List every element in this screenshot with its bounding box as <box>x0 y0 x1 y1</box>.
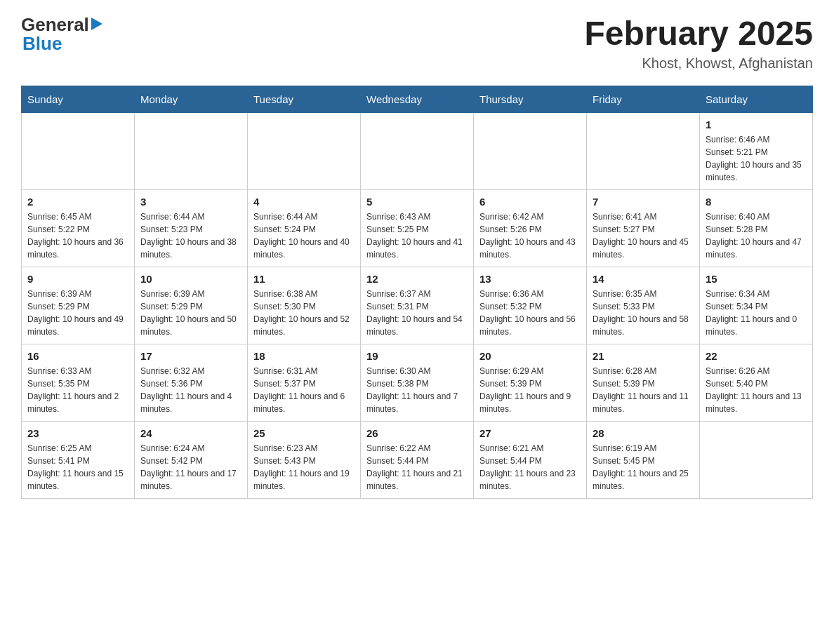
calendar-cell: 25Sunrise: 6:23 AM Sunset: 5:43 PM Dayli… <box>248 422 361 499</box>
day-number: 21 <box>593 350 694 362</box>
calendar-cell: 7Sunrise: 6:41 AM Sunset: 5:27 PM Daylig… <box>587 190 700 267</box>
day-number: 24 <box>140 427 241 439</box>
calendar-cell: 18Sunrise: 6:31 AM Sunset: 5:37 PM Dayli… <box>248 344 361 422</box>
day-number: 15 <box>706 273 807 285</box>
logo-blue-text: Blue <box>21 33 62 55</box>
title-section: February 2025 Khost, Khowst, Afghanistan <box>584 14 813 72</box>
day-info: Sunrise: 6:23 AM Sunset: 5:43 PM Dayligh… <box>253 442 355 492</box>
day-number: 6 <box>479 196 581 208</box>
logo-arrow-icon <box>91 18 102 30</box>
day-info: Sunrise: 6:25 AM Sunset: 5:41 PM Dayligh… <box>27 442 128 492</box>
calendar-cell <box>474 113 587 190</box>
day-number: 25 <box>253 427 355 439</box>
day-info: Sunrise: 6:24 AM Sunset: 5:42 PM Dayligh… <box>140 442 241 492</box>
day-info: Sunrise: 6:44 AM Sunset: 5:23 PM Dayligh… <box>140 210 241 261</box>
day-info: Sunrise: 6:22 AM Sunset: 5:44 PM Dayligh… <box>366 442 468 492</box>
day-info: Sunrise: 6:36 AM Sunset: 5:32 PM Dayligh… <box>479 288 581 338</box>
day-info: Sunrise: 6:29 AM Sunset: 5:39 PM Dayligh… <box>479 365 581 415</box>
calendar-cell: 3Sunrise: 6:44 AM Sunset: 5:23 PM Daylig… <box>135 190 248 267</box>
day-info: Sunrise: 6:35 AM Sunset: 5:33 PM Dayligh… <box>593 288 694 338</box>
calendar-cell: 2Sunrise: 6:45 AM Sunset: 5:22 PM Daylig… <box>22 190 135 267</box>
day-number: 23 <box>27 427 128 439</box>
calendar-cell: 8Sunrise: 6:40 AM Sunset: 5:28 PM Daylig… <box>700 190 813 267</box>
day-number: 1 <box>706 119 807 130</box>
calendar-cell: 9Sunrise: 6:39 AM Sunset: 5:29 PM Daylig… <box>22 267 135 344</box>
day-number: 14 <box>593 273 694 285</box>
week-row-3: 9Sunrise: 6:39 AM Sunset: 5:29 PM Daylig… <box>22 267 813 344</box>
day-number: 7 <box>593 196 694 208</box>
week-row-2: 2Sunrise: 6:45 AM Sunset: 5:22 PM Daylig… <box>22 190 813 267</box>
day-info: Sunrise: 6:37 AM Sunset: 5:31 PM Dayligh… <box>366 288 468 338</box>
calendar-cell: 23Sunrise: 6:25 AM Sunset: 5:41 PM Dayli… <box>22 422 135 499</box>
calendar-cell: 17Sunrise: 6:32 AM Sunset: 5:36 PM Dayli… <box>135 344 248 422</box>
calendar-cell: 24Sunrise: 6:24 AM Sunset: 5:42 PM Dayli… <box>135 422 248 499</box>
day-info: Sunrise: 6:45 AM Sunset: 5:22 PM Dayligh… <box>27 210 128 261</box>
calendar-cell: 6Sunrise: 6:42 AM Sunset: 5:26 PM Daylig… <box>474 190 587 267</box>
day-number: 18 <box>253 350 355 362</box>
calendar-title: February 2025 <box>584 14 813 53</box>
day-number: 2 <box>27 196 128 208</box>
day-info: Sunrise: 6:43 AM Sunset: 5:25 PM Dayligh… <box>366 210 468 261</box>
calendar-cell: 22Sunrise: 6:26 AM Sunset: 5:40 PM Dayli… <box>700 344 813 422</box>
day-number: 11 <box>253 273 355 285</box>
week-row-4: 16Sunrise: 6:33 AM Sunset: 5:35 PM Dayli… <box>22 344 813 422</box>
day-info: Sunrise: 6:31 AM Sunset: 5:37 PM Dayligh… <box>253 365 355 415</box>
day-info: Sunrise: 6:41 AM Sunset: 5:27 PM Dayligh… <box>593 210 694 261</box>
calendar-cell: 20Sunrise: 6:29 AM Sunset: 5:39 PM Dayli… <box>474 344 587 422</box>
day-info: Sunrise: 6:40 AM Sunset: 5:28 PM Dayligh… <box>706 210 807 261</box>
calendar-cell: 26Sunrise: 6:22 AM Sunset: 5:44 PM Dayli… <box>361 422 474 499</box>
weekday-header-friday: Friday <box>587 86 700 113</box>
day-info: Sunrise: 6:21 AM Sunset: 5:44 PM Dayligh… <box>479 442 581 492</box>
weekday-header-wednesday: Wednesday <box>361 86 474 113</box>
day-number: 5 <box>366 196 468 208</box>
day-number: 12 <box>366 273 468 285</box>
day-info: Sunrise: 6:26 AM Sunset: 5:40 PM Dayligh… <box>706 365 807 415</box>
calendar-cell: 4Sunrise: 6:44 AM Sunset: 5:24 PM Daylig… <box>248 190 361 267</box>
day-number: 4 <box>253 196 355 208</box>
day-info: Sunrise: 6:28 AM Sunset: 5:39 PM Dayligh… <box>593 365 694 415</box>
day-info: Sunrise: 6:44 AM Sunset: 5:24 PM Dayligh… <box>253 210 355 261</box>
day-number: 26 <box>366 427 468 439</box>
calendar-cell: 19Sunrise: 6:30 AM Sunset: 5:38 PM Dayli… <box>361 344 474 422</box>
day-info: Sunrise: 6:39 AM Sunset: 5:29 PM Dayligh… <box>27 288 128 338</box>
day-info: Sunrise: 6:46 AM Sunset: 5:21 PM Dayligh… <box>706 133 807 184</box>
logo: General Blue <box>21 14 102 55</box>
day-number: 17 <box>140 350 241 362</box>
calendar-cell: 28Sunrise: 6:19 AM Sunset: 5:45 PM Dayli… <box>587 422 700 499</box>
day-info: Sunrise: 6:33 AM Sunset: 5:35 PM Dayligh… <box>27 365 128 415</box>
calendar-cell <box>248 113 361 190</box>
weekday-header-saturday: Saturday <box>700 86 813 113</box>
calendar-cell: 21Sunrise: 6:28 AM Sunset: 5:39 PM Dayli… <box>587 344 700 422</box>
day-info: Sunrise: 6:39 AM Sunset: 5:29 PM Dayligh… <box>140 288 241 338</box>
day-number: 9 <box>27 273 128 285</box>
weekday-header-tuesday: Tuesday <box>248 86 361 113</box>
calendar-cell: 15Sunrise: 6:34 AM Sunset: 5:34 PM Dayli… <box>700 267 813 344</box>
weekday-header-sunday: Sunday <box>22 86 135 113</box>
calendar-cell: 27Sunrise: 6:21 AM Sunset: 5:44 PM Dayli… <box>474 422 587 499</box>
weekday-header-row: SundayMondayTuesdayWednesdayThursdayFrid… <box>22 86 813 113</box>
calendar-cell <box>22 113 135 190</box>
day-number: 13 <box>479 273 581 285</box>
calendar-cell <box>587 113 700 190</box>
day-number: 27 <box>479 427 581 439</box>
calendar-cell <box>135 113 248 190</box>
calendar-cell: 1Sunrise: 6:46 AM Sunset: 5:21 PM Daylig… <box>700 113 813 190</box>
day-info: Sunrise: 6:42 AM Sunset: 5:26 PM Dayligh… <box>479 210 581 261</box>
calendar-cell: 14Sunrise: 6:35 AM Sunset: 5:33 PM Dayli… <box>587 267 700 344</box>
day-number: 10 <box>140 273 241 285</box>
day-info: Sunrise: 6:32 AM Sunset: 5:36 PM Dayligh… <box>140 365 241 415</box>
calendar-cell: 5Sunrise: 6:43 AM Sunset: 5:25 PM Daylig… <box>361 190 474 267</box>
day-info: Sunrise: 6:30 AM Sunset: 5:38 PM Dayligh… <box>366 365 468 415</box>
day-number: 20 <box>479 350 581 362</box>
week-row-1: 1Sunrise: 6:46 AM Sunset: 5:21 PM Daylig… <box>22 113 813 190</box>
day-number: 28 <box>593 427 694 439</box>
day-number: 3 <box>140 196 241 208</box>
day-number: 8 <box>706 196 807 208</box>
weekday-header-thursday: Thursday <box>474 86 587 113</box>
calendar-cell: 13Sunrise: 6:36 AM Sunset: 5:32 PM Dayli… <box>474 267 587 344</box>
weekday-header-monday: Monday <box>135 86 248 113</box>
calendar-cell: 11Sunrise: 6:38 AM Sunset: 5:30 PM Dayli… <box>248 267 361 344</box>
calendar-cell <box>700 422 813 499</box>
day-number: 19 <box>366 350 468 362</box>
day-info: Sunrise: 6:19 AM Sunset: 5:45 PM Dayligh… <box>593 442 694 492</box>
